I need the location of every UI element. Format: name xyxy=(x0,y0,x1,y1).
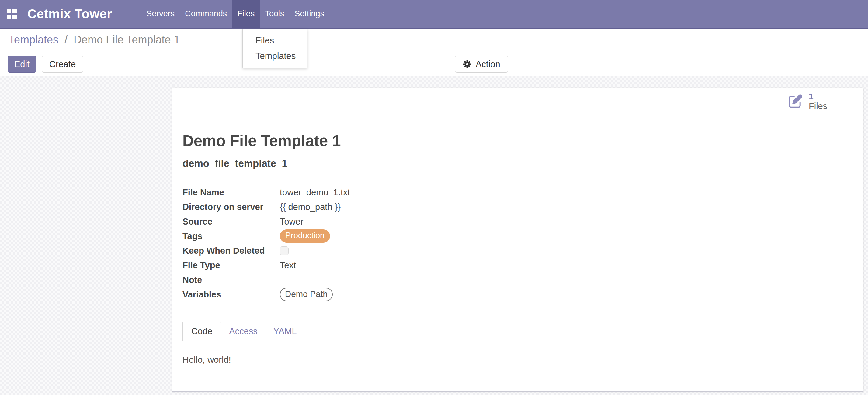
menu-servers[interactable]: Servers xyxy=(141,0,180,28)
field-label: Directory on server xyxy=(183,200,273,214)
field-label: Tags xyxy=(183,229,273,243)
field-value-directory: {{ demo_path }} xyxy=(273,200,854,214)
menu-files[interactable]: Files xyxy=(232,0,260,28)
field-value-variables: Demo Path xyxy=(273,287,854,302)
tag-badge-production: Production xyxy=(280,229,330,242)
menu-settings[interactable]: Settings xyxy=(289,0,330,28)
field-row-note: Note xyxy=(183,272,854,287)
apps-grid-icon[interactable] xyxy=(7,9,17,19)
button-box: 1 Files xyxy=(173,88,863,115)
tab-access[interactable]: Access xyxy=(221,322,265,340)
field-row-file-name: File Name tower_demo_1.txt xyxy=(183,185,854,200)
field-label: File Type xyxy=(183,258,273,272)
field-label: Source xyxy=(183,214,273,229)
dropdown-item-files[interactable]: Files xyxy=(243,33,307,48)
gear-icon xyxy=(463,60,472,69)
breadcrumb-current: Demo File Template 1 xyxy=(73,33,180,46)
action-button[interactable]: Action xyxy=(455,56,508,73)
field-row-variables: Variables Demo Path xyxy=(183,287,854,302)
field-value-note xyxy=(273,272,854,287)
keep-when-deleted-checkbox[interactable] xyxy=(280,246,289,255)
action-button-label: Action xyxy=(476,59,500,69)
edit-button[interactable]: Edit xyxy=(8,56,36,73)
tab-yaml[interactable]: YAML xyxy=(266,322,305,340)
tab-code[interactable]: Code xyxy=(183,322,221,341)
menu-tools[interactable]: Tools xyxy=(260,0,289,28)
code-tab-content: Hello, world! xyxy=(183,341,854,365)
menu-commands[interactable]: Commands xyxy=(180,0,232,28)
notebook-tabs: Code Access YAML xyxy=(183,322,854,341)
field-label: Variables xyxy=(183,287,273,302)
stat-label: Files xyxy=(809,101,827,111)
field-row-source: Source Tower xyxy=(183,214,854,229)
field-row-tags: Tags Production xyxy=(183,229,854,243)
variable-pill-demo-path[interactable]: Demo Path xyxy=(280,288,333,301)
dropdown-item-templates[interactable]: Templates xyxy=(243,48,307,64)
field-row-directory: Directory on server {{ demo_path }} xyxy=(183,200,854,214)
edit-file-icon xyxy=(787,94,803,109)
breadcrumb-link-templates[interactable]: Templates xyxy=(8,33,58,46)
app-brand[interactable]: Cetmix Tower xyxy=(27,7,112,21)
field-row-file-type: File Type Text xyxy=(183,258,854,272)
form-sheet: 1 Files Demo File Template 1 demo_file_t… xyxy=(172,88,863,392)
field-label: File Name xyxy=(183,185,273,200)
stat-text: 1 Files xyxy=(809,92,827,111)
field-label: Note xyxy=(183,272,273,287)
stat-count: 1 xyxy=(809,92,827,101)
field-label: Keep When Deleted xyxy=(183,243,273,258)
field-value-file-type: Text xyxy=(273,258,854,272)
breadcrumb: Templates / Demo File Template 1 xyxy=(8,33,180,46)
record-reference: demo_file_template_1 xyxy=(183,158,854,169)
main-menu: Servers Commands Files Tools Settings xyxy=(141,0,330,28)
sheet-content: Demo File Template 1 demo_file_template_… xyxy=(173,115,863,365)
field-value-source: Tower xyxy=(273,214,854,229)
field-value-tags: Production xyxy=(273,229,854,243)
files-stat-button[interactable]: 1 Files xyxy=(777,88,863,115)
record-title: Demo File Template 1 xyxy=(183,132,854,150)
field-value-keep-when-deleted xyxy=(273,243,854,258)
field-group: File Name tower_demo_1.txt Directory on … xyxy=(183,185,854,302)
field-row-keep-when-deleted: Keep When Deleted xyxy=(183,243,854,258)
top-navbar: Cetmix Tower Servers Commands Files Tool… xyxy=(0,0,868,29)
files-dropdown-menu: Files Templates xyxy=(242,29,308,68)
breadcrumb-separator: / xyxy=(61,33,70,46)
field-value-file-name: tower_demo_1.txt xyxy=(273,185,854,200)
control-panel: Templates / Demo File Template 1 Edit Cr… xyxy=(0,29,868,76)
create-button[interactable]: Create xyxy=(42,56,83,73)
